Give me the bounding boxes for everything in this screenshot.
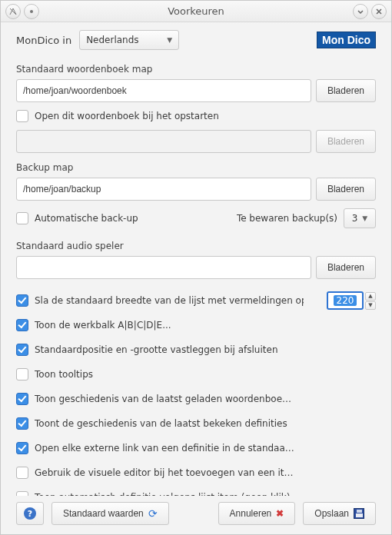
history-defs-checkbox[interactable]: [16, 417, 28, 430]
backup-browse-button[interactable]: Bladeren: [316, 178, 376, 201]
x-icon: ✖: [276, 508, 284, 519]
history-defs-label: Toont de geschiedenis van de laatst beke…: [35, 418, 287, 429]
dict-browse-button[interactable]: Bladeren: [316, 79, 376, 102]
visual-editor-label: Gebruik de visuele editor bij het toevoe…: [35, 467, 296, 478]
position-label: Standaardpositie en -grootte vastleggen …: [35, 344, 278, 355]
history-dicts-label: Toon geschiedenis van de laatst geladen …: [35, 394, 296, 404]
extern-link-checkbox[interactable]: [16, 442, 28, 454]
chevron-down-icon: ▼: [167, 36, 172, 44]
defaults-button[interactable]: Standaard waarden ⟳: [51, 502, 169, 525]
save-label: Opslaan: [314, 508, 349, 519]
visual-editor-checkbox[interactable]: [16, 467, 28, 479]
defaults-label: Standaard waarden: [63, 508, 144, 519]
auto-backup-label: Automatische back-up: [35, 213, 138, 224]
dict-folder-label: Standaard woordenboek map: [16, 64, 376, 75]
keep-backups-label: Te bewaren backup(s): [237, 213, 337, 224]
app-label: MonDico in: [16, 35, 71, 46]
language-dropdown[interactable]: Nederlands ▼: [79, 30, 179, 50]
floppy-icon: [354, 508, 364, 519]
tooltips-label: Toon tooltips: [35, 369, 93, 380]
chevron-down-icon: ▼: [362, 214, 367, 222]
width-step-up[interactable]: ▲: [365, 292, 376, 301]
toolbar-label: Toon de werkbalk A|B|C|D|E...: [35, 320, 171, 331]
keep-backups-value: 3: [352, 213, 358, 224]
dict-secondary-input: [16, 130, 311, 153]
cancel-label: Annuleren: [230, 508, 272, 519]
open-on-start-checkbox[interactable]: [16, 110, 28, 122]
bottom-bar: ? Standaard waarden ⟳ Annuleren ✖ Opslaa…: [1, 496, 391, 534]
titlebar-app-icon[interactable]: [5, 4, 21, 19]
auto-backup-checkbox[interactable]: [16, 212, 28, 224]
audio-player-input[interactable]: [16, 256, 311, 279]
history-dicts-checkbox[interactable]: [16, 393, 28, 405]
svg-point-0: [30, 10, 33, 13]
window-title: Voorkeuren: [39, 5, 353, 17]
titlebar: Voorkeuren: [1, 1, 391, 22]
keep-backups-spinner[interactable]: 3 ▼: [344, 208, 376, 228]
language-value: Nederlands: [86, 35, 138, 45]
audio-label: Standaard audio speler: [16, 241, 376, 251]
extern-link-label: Open elke externe link van een definitie…: [35, 443, 296, 454]
width-step-down[interactable]: ▼: [365, 301, 376, 310]
preferences-window: Voorkeuren MonDico in Nederlands ▼ Mon D…: [0, 0, 392, 535]
open-on-start-label: Open dit woordenboek bij het opstarten: [35, 111, 219, 121]
help-button[interactable]: ?: [16, 502, 44, 525]
titlebar-dot-icon[interactable]: [24, 4, 39, 19]
width-number-input[interactable]: 220: [327, 291, 364, 310]
save-width-label: Sla de standaard breedte van de lijst me…: [35, 295, 304, 306]
save-button[interactable]: Opslaan: [303, 502, 376, 525]
dict-browse2-button: Bladeren: [316, 130, 376, 153]
close-icon[interactable]: [371, 4, 387, 19]
dict-folder-input[interactable]: [16, 79, 311, 102]
backup-label: Backup map: [16, 162, 376, 173]
width-value: 220: [334, 295, 357, 306]
position-checkbox[interactable]: [16, 344, 28, 356]
tooltips-checkbox[interactable]: [16, 368, 28, 380]
help-icon: ?: [24, 507, 36, 520]
logo: Mon Dico: [317, 32, 376, 48]
cancel-button[interactable]: Annuleren ✖: [218, 502, 296, 525]
minimize-icon[interactable]: [353, 4, 368, 19]
audio-browse-button[interactable]: Bladeren: [316, 256, 376, 279]
backup-folder-input[interactable]: [16, 178, 311, 201]
refresh-icon: ⟳: [148, 507, 158, 520]
content-area: MonDico in Nederlands ▼ Mon Dico Standaa…: [1, 22, 391, 496]
toolbar-checkbox[interactable]: [16, 319, 28, 331]
save-width-checkbox[interactable]: [16, 294, 28, 307]
